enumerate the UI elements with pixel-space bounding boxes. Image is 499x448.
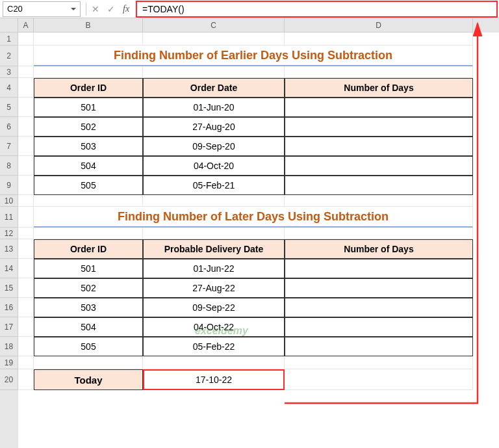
cell[interactable] — [34, 228, 143, 239]
cell-order-id[interactable]: 503 — [34, 298, 143, 317]
cell[interactable] — [18, 195, 34, 207]
cell[interactable] — [18, 317, 34, 337]
header-order-date[interactable]: Order Date — [143, 78, 285, 98]
cell[interactable] — [285, 33, 473, 46]
cell[interactable] — [34, 66, 143, 78]
row-header[interactable]: 19 — [0, 356, 18, 369]
cell-order-id[interactable]: 502 — [34, 278, 143, 298]
row-header[interactable]: 2 — [0, 46, 18, 66]
header-number-days[interactable]: Number of Days — [285, 239, 473, 259]
row-header[interactable]: 17 — [0, 317, 18, 337]
cell[interactable] — [143, 33, 285, 46]
cell[interactable] — [18, 207, 34, 228]
row-header[interactable]: 11 — [0, 207, 18, 228]
cell[interactable] — [18, 156, 34, 176]
cell[interactable] — [143, 66, 285, 78]
cell-order-id[interactable]: 504 — [34, 156, 143, 176]
cell[interactable] — [18, 228, 34, 239]
cell[interactable] — [18, 239, 34, 259]
enter-icon[interactable]: ✓ — [107, 4, 115, 14]
cell-order-id[interactable]: 505 — [34, 176, 143, 195]
today-value-cell[interactable]: 17-10-22 — [143, 369, 285, 390]
cell-delivery-date[interactable]: 27-Aug-22 — [143, 278, 285, 298]
col-header[interactable]: B — [34, 18, 143, 33]
row-header[interactable]: 7 — [0, 137, 18, 156]
cell[interactable] — [285, 228, 473, 239]
row-header[interactable]: 20 — [0, 369, 18, 390]
row-header[interactable]: 12 — [0, 228, 18, 239]
header-number-days[interactable]: Number of Days — [285, 78, 473, 98]
cell-order-date[interactable]: 05-Feb-21 — [143, 176, 285, 195]
col-header[interactable]: C — [143, 18, 285, 33]
row-header[interactable]: 10 — [0, 195, 18, 207]
cell-days[interactable] — [285, 137, 473, 156]
cell[interactable] — [285, 369, 473, 390]
cell-days[interactable] — [285, 117, 473, 137]
cell[interactable] — [18, 137, 34, 156]
cancel-icon[interactable]: ✕ — [92, 4, 99, 14]
cell[interactable] — [18, 78, 34, 98]
cell[interactable] — [285, 356, 473, 369]
cell-delivery-date[interactable]: 04-Oct-22 — [143, 317, 285, 337]
title-later[interactable]: Finding Number of Later Days Using Subtr… — [34, 207, 473, 228]
cell-days[interactable] — [285, 317, 473, 337]
header-delivery-date[interactable]: Probable Delivery Date — [143, 239, 285, 259]
cell-days[interactable] — [285, 156, 473, 176]
dropdown-icon[interactable] — [71, 8, 76, 10]
row-header[interactable]: 6 — [0, 117, 18, 137]
cell-days[interactable] — [285, 176, 473, 195]
cell[interactable] — [18, 259, 34, 278]
cell[interactable] — [18, 176, 34, 195]
row-header[interactable]: 4 — [0, 78, 18, 98]
cell[interactable] — [285, 195, 473, 207]
cell-order-id[interactable]: 503 — [34, 137, 143, 156]
cell[interactable] — [34, 356, 143, 369]
cell[interactable] — [285, 66, 473, 78]
cell[interactable] — [18, 356, 34, 369]
cell-order-id[interactable]: 502 — [34, 117, 143, 137]
cell-order-id[interactable]: 504 — [34, 317, 143, 337]
row-header[interactable]: 1 — [0, 33, 18, 46]
fx-icon[interactable]: fx — [123, 4, 129, 14]
col-header[interactable]: A — [18, 18, 34, 33]
cell-days[interactable] — [285, 298, 473, 317]
header-order-id[interactable]: Order ID — [34, 239, 143, 259]
cell[interactable] — [34, 195, 143, 207]
cell-days[interactable] — [285, 337, 473, 356]
row-header[interactable]: 16 — [0, 298, 18, 317]
row-header[interactable]: 13 — [0, 239, 18, 259]
cell[interactable] — [18, 278, 34, 298]
row-header[interactable]: 18 — [0, 337, 18, 356]
row-header[interactable]: 15 — [0, 278, 18, 298]
row-header[interactable]: 9 — [0, 176, 18, 195]
row-header[interactable]: 5 — [0, 98, 18, 117]
today-label[interactable]: Today — [34, 369, 143, 390]
cell[interactable] — [18, 98, 34, 117]
cell-delivery-date[interactable]: 05-Feb-22 — [143, 337, 285, 356]
cell[interactable] — [18, 298, 34, 317]
cell-delivery-date[interactable]: 01-Jun-22 — [143, 259, 285, 278]
col-header[interactable]: D — [285, 18, 473, 33]
cell[interactable] — [143, 195, 285, 207]
cell-order-id[interactable]: 501 — [34, 259, 143, 278]
cell[interactable] — [143, 228, 285, 239]
cell-order-date[interactable]: 27-Aug-20 — [143, 117, 285, 137]
cell[interactable] — [18, 337, 34, 356]
cell-days[interactable] — [285, 259, 473, 278]
cell[interactable] — [143, 356, 285, 369]
row-header[interactable]: 3 — [0, 66, 18, 78]
cell-order-date[interactable]: 04-Oct-20 — [143, 156, 285, 176]
formula-input[interactable]: =TODAY() — [136, 1, 498, 18]
row-header[interactable]: 14 — [0, 259, 18, 278]
cell-days[interactable] — [285, 278, 473, 298]
cell-delivery-date[interactable]: 09-Sep-22 — [143, 298, 285, 317]
select-all-corner[interactable] — [0, 18, 18, 33]
cell[interactable] — [34, 33, 143, 46]
row-header[interactable]: 8 — [0, 156, 18, 176]
cell[interactable] — [18, 66, 34, 78]
cell[interactable] — [18, 33, 34, 46]
title-earlier[interactable]: Finding Number of Earlier Days Using Sub… — [34, 46, 473, 66]
cell-order-date[interactable]: 01-Jun-20 — [143, 98, 285, 117]
header-order-id[interactable]: Order ID — [34, 78, 143, 98]
cell[interactable] — [18, 46, 34, 66]
